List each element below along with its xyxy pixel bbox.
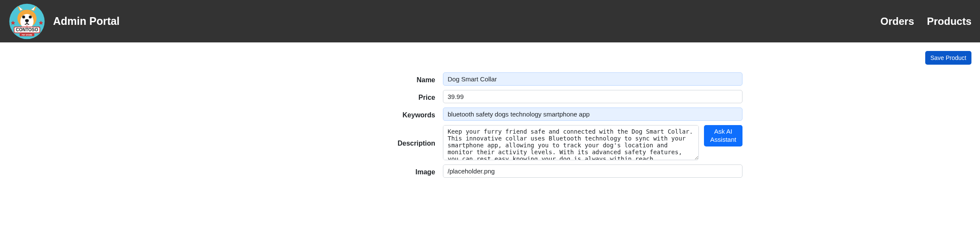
content-area: Save Product Name Price Keywords Descrip… — [0, 42, 980, 191]
save-product-button[interactable]: Save Product — [925, 51, 971, 65]
portal-title: Admin Portal — [53, 15, 120, 27]
label-price: Price — [238, 92, 439, 102]
row-price: Price — [238, 90, 742, 103]
svg-point-3 — [22, 15, 25, 18]
label-image: Image — [238, 167, 439, 176]
svg-point-4 — [29, 15, 32, 18]
image-input[interactable] — [443, 164, 742, 178]
svg-text:CONTOSO: CONTOSO — [16, 27, 38, 32]
row-image: Image — [238, 164, 742, 178]
description-group: Ask AI Assistant — [443, 125, 742, 160]
keywords-input[interactable] — [443, 108, 742, 121]
header-bar: CONTOSO PET STORE Admin Portal Orders Pr… — [0, 0, 980, 42]
price-input[interactable] — [443, 90, 742, 103]
header-left: CONTOSO PET STORE Admin Portal — [9, 3, 120, 40]
row-keywords: Keywords — [238, 108, 742, 121]
name-input[interactable] — [443, 72, 742, 86]
row-name: Name — [238, 72, 742, 86]
nav-products[interactable]: Products — [927, 15, 971, 27]
svg-text:PET STORE: PET STORE — [22, 33, 32, 36]
svg-point-5 — [25, 19, 29, 22]
brand-logo: CONTOSO PET STORE — [9, 3, 45, 40]
row-description: Description Ask AI Assistant — [238, 125, 742, 160]
ask-ai-assistant-button[interactable]: Ask AI Assistant — [704, 125, 742, 146]
label-keywords: Keywords — [238, 110, 439, 119]
nav-orders[interactable]: Orders — [880, 15, 914, 27]
label-name: Name — [238, 75, 439, 84]
nav-links: Orders Products — [880, 15, 971, 27]
toolbar: Save Product — [9, 51, 971, 65]
description-textarea[interactable] — [443, 125, 699, 160]
product-form: Name Price Keywords Description Ask AI A… — [238, 72, 742, 178]
label-description: Description — [238, 138, 439, 147]
